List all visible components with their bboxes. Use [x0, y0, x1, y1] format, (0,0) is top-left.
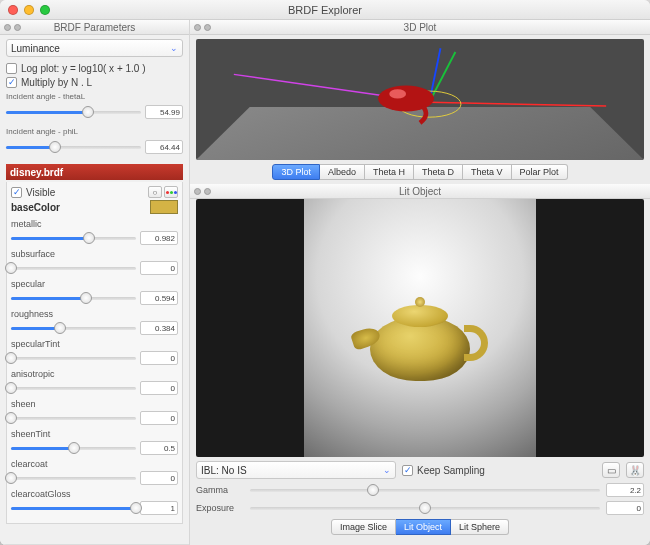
- multiply-nl-label: Multiply by N . L: [21, 77, 92, 88]
- param-value-roughness[interactable]: 0.384: [140, 321, 178, 335]
- minimize-icon[interactable]: [24, 5, 34, 15]
- titlebar: BRDF Explorer: [0, 0, 650, 20]
- panel-close-icon[interactable]: [4, 24, 11, 31]
- teapot-icon: [370, 317, 470, 381]
- window-title: BRDF Explorer: [288, 4, 362, 16]
- gamma-value[interactable]: 2.2: [606, 483, 644, 497]
- ibl-select[interactable]: IBL: No IS ⌄: [196, 461, 396, 479]
- plot-panel: 3D Plot 3D PlotAlbedoTheta H: [190, 20, 650, 184]
- model-button[interactable]: 🐰: [626, 462, 644, 478]
- param-slider-anisotropic[interactable]: [11, 382, 136, 394]
- param-value-clearcoatGloss[interactable]: 1: [140, 501, 178, 515]
- param-slider-clearcoatGloss[interactable]: [11, 502, 136, 514]
- log-plot-label: Log plot: y = log10( x + 1.0 ): [21, 63, 146, 74]
- tab-albedo[interactable]: Albedo: [320, 164, 365, 180]
- param-label-specularTint: specularTint: [11, 339, 178, 349]
- lit-object-viewport[interactable]: [196, 199, 644, 457]
- gamma-slider[interactable]: [250, 484, 600, 496]
- x-axis-icon: [429, 102, 606, 106]
- brdf-parameters-header[interactable]: BRDF Parameters: [0, 20, 189, 35]
- channel-select-value: Luminance: [11, 43, 60, 54]
- param-label-subsurface: subsurface: [11, 249, 178, 259]
- param-slider-sheen[interactable]: [11, 412, 136, 424]
- brdf-body: ✓ Visible ○ baseColor metallic0.982subsu…: [6, 182, 183, 524]
- param-value-specularTint[interactable]: 0: [140, 351, 178, 365]
- panel-close-icon[interactable]: [194, 24, 201, 31]
- param-slider-specularTint[interactable]: [11, 352, 136, 364]
- ibl-select-value: IBL: No IS: [201, 465, 247, 476]
- param-label-specular: specular: [11, 279, 178, 289]
- channel-select[interactable]: Luminance ⌄: [6, 39, 183, 57]
- visible-label: Visible: [26, 187, 55, 198]
- plot-panel-title: 3D Plot: [404, 22, 437, 33]
- param-label-roughness: roughness: [11, 309, 178, 319]
- param-value-subsurface[interactable]: 0: [140, 261, 178, 275]
- thetal-slider[interactable]: [6, 106, 141, 118]
- param-value-anisotropic[interactable]: 0: [140, 381, 178, 395]
- tab-polar-plot[interactable]: Polar Plot: [512, 164, 568, 180]
- panel-pop-icon[interactable]: [204, 188, 211, 195]
- param-slider-specular[interactable]: [11, 292, 136, 304]
- tab-theta-v[interactable]: Theta V: [463, 164, 512, 180]
- tab-image-slice[interactable]: Image Slice: [331, 519, 396, 535]
- tab-3d-plot[interactable]: 3D Plot: [272, 164, 320, 180]
- visible-checkbox[interactable]: ✓: [11, 187, 22, 198]
- brdf-parameters-panel: BRDF Parameters Luminance ⌄ Log plot: y …: [0, 20, 190, 545]
- keep-sampling-label: Keep Sampling: [417, 465, 485, 476]
- basecolor-label: baseColor: [11, 202, 60, 213]
- panel-close-icon[interactable]: [194, 188, 201, 195]
- log-plot-checkbox[interactable]: [6, 63, 17, 74]
- keep-sampling-checkbox[interactable]: ✓: [402, 465, 413, 476]
- thetal-label: Incident angle - thetaL: [6, 92, 183, 101]
- panel-title: BRDF Parameters: [54, 22, 136, 33]
- multiply-nl-checkbox[interactable]: ✓: [6, 77, 17, 88]
- param-value-sheen[interactable]: 0: [140, 411, 178, 425]
- tab-theta-d[interactable]: Theta D: [414, 164, 463, 180]
- brdf-lobe-highlight: [389, 89, 406, 98]
- brdf-file-header[interactable]: disney.brdf: [6, 164, 183, 180]
- param-slider-clearcoat[interactable]: [11, 472, 136, 484]
- param-value-metallic[interactable]: 0.982: [140, 231, 178, 245]
- chevron-down-icon: ⌄: [383, 465, 391, 475]
- param-slider-roughness[interactable]: [11, 322, 136, 334]
- param-slider-metallic[interactable]: [11, 232, 136, 244]
- plot-panel-header[interactable]: 3D Plot: [190, 20, 650, 35]
- param-slider-subsurface[interactable]: [11, 262, 136, 274]
- lit-object-panel: IBL: No IS ⌄ ✓ Keep Sampling ▭ 🐰 Gamma 2…: [196, 199, 644, 539]
- panel-pop-icon[interactable]: [14, 24, 21, 31]
- lit-object-tab-strip: Image SliceLit ObjectLit Sphere: [196, 519, 644, 535]
- traffic-lights: [8, 5, 50, 15]
- plot3d-viewport[interactable]: [196, 39, 644, 160]
- plot-tab-strip: 3D PlotAlbedoTheta HTheta DTheta VPolar …: [190, 164, 650, 180]
- panel-pop-icon[interactable]: [204, 24, 211, 31]
- param-label-sheenTint: sheenTint: [11, 429, 178, 439]
- thetal-value[interactable]: 54.99: [145, 105, 183, 119]
- zoom-icon[interactable]: [40, 5, 50, 15]
- app-window: BRDF Explorer BRDF Parameters Luminance …: [0, 0, 650, 545]
- exposure-value[interactable]: 0: [606, 501, 644, 515]
- rgb-toggle-button[interactable]: [164, 186, 178, 198]
- tab-lit-sphere[interactable]: Lit Sphere: [451, 519, 509, 535]
- save-image-button[interactable]: ▭: [602, 462, 620, 478]
- param-value-specular[interactable]: 0.594: [140, 291, 178, 305]
- phil-label: Incident angle - phiL: [6, 127, 183, 136]
- param-label-clearcoat: clearcoat: [11, 459, 178, 469]
- phil-value[interactable]: 64.44: [145, 140, 183, 154]
- close-icon[interactable]: [8, 5, 18, 15]
- param-value-sheenTint[interactable]: 0.5: [140, 441, 178, 455]
- param-label-anisotropic: anisotropic: [11, 369, 178, 379]
- exposure-label: Exposure: [196, 503, 244, 513]
- phil-slider[interactable]: [6, 141, 141, 153]
- tab-lit-object[interactable]: Lit Object: [396, 519, 451, 535]
- exposure-slider[interactable]: [250, 502, 600, 514]
- param-value-clearcoat[interactable]: 0: [140, 471, 178, 485]
- right-column: 3D Plot 3D PlotAlbedoTheta H: [190, 20, 650, 545]
- basecolor-swatch[interactable]: [150, 200, 178, 214]
- mono-toggle-button[interactable]: ○: [148, 186, 162, 198]
- param-slider-sheenTint[interactable]: [11, 442, 136, 454]
- param-label-clearcoatGloss: clearcoatGloss: [11, 489, 178, 499]
- lit-object-header[interactable]: Lit Object: [190, 184, 650, 199]
- tab-theta-h[interactable]: Theta H: [365, 164, 414, 180]
- content: BRDF Parameters Luminance ⌄ Log plot: y …: [0, 20, 650, 545]
- gamma-label: Gamma: [196, 485, 244, 495]
